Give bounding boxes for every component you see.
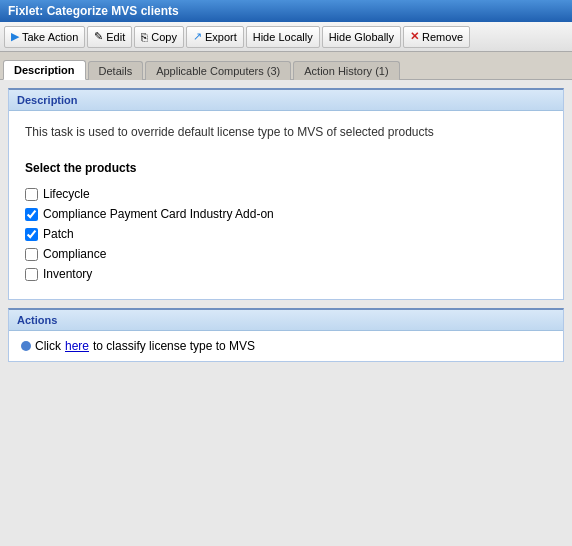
hide-locally-label: Hide Locally (253, 31, 313, 43)
hide-locally-button[interactable]: Hide Locally (246, 26, 320, 48)
take-action-button[interactable]: ▶ Take Action (4, 26, 85, 48)
actions-panel: Actions Click here to classify license t… (8, 308, 564, 362)
hide-globally-button[interactable]: Hide Globally (322, 26, 401, 48)
actions-body: Click here to classify license type to M… (9, 331, 563, 361)
toolbar: ▶ Take Action ✎ Edit ⎘ Copy ↗ Export Hid… (0, 22, 572, 52)
tab-action-history[interactable]: Action History (1) (293, 61, 399, 80)
tab-applicable-computers[interactable]: Applicable Computers (3) (145, 61, 291, 80)
tab-details[interactable]: Details (88, 61, 144, 80)
edit-button[interactable]: ✎ Edit (87, 26, 132, 48)
description-body-text: This task is used to override default li… (25, 123, 547, 141)
checkbox-patch-label: Patch (43, 227, 74, 241)
description-panel-header: Description (9, 90, 563, 111)
tab-description[interactable]: Description (3, 60, 86, 80)
checkbox-lifecycle-label: Lifecycle (43, 187, 90, 201)
hide-globally-label: Hide Globally (329, 31, 394, 43)
remove-icon: ✕ (410, 30, 419, 43)
description-panel: Description This task is used to overrid… (8, 88, 564, 300)
copy-icon: ⎘ (141, 31, 148, 43)
description-panel-body: This task is used to override default li… (9, 111, 563, 299)
edit-label: Edit (106, 31, 125, 43)
checkbox-compliance-pci-input[interactable] (25, 208, 38, 221)
select-products-label: Select the products (25, 161, 547, 175)
checkbox-compliance-pci: Compliance Payment Card Industry Add-on (25, 207, 547, 221)
copy-label: Copy (151, 31, 177, 43)
take-action-label: Take Action (22, 31, 78, 43)
action-text: Click (35, 339, 61, 353)
checkbox-patch: Patch (25, 227, 547, 241)
tab-bar: Description Details Applicable Computers… (0, 52, 572, 80)
actions-panel-header: Actions (9, 310, 563, 331)
take-action-icon: ▶ (11, 30, 19, 43)
checkbox-compliance-label: Compliance (43, 247, 106, 261)
edit-icon: ✎ (94, 30, 103, 43)
export-button[interactable]: ↗ Export (186, 26, 244, 48)
checkbox-compliance: Compliance (25, 247, 547, 261)
checkbox-patch-input[interactable] (25, 228, 38, 241)
checkbox-lifecycle-input[interactable] (25, 188, 38, 201)
checkbox-compliance-input[interactable] (25, 248, 38, 261)
checkbox-lifecycle: Lifecycle (25, 187, 547, 201)
copy-button[interactable]: ⎘ Copy (134, 26, 184, 48)
action-link[interactable]: here (65, 339, 89, 353)
export-icon: ↗ (193, 30, 202, 43)
title-bar: Fixlet: Categorize MVS clients (0, 0, 572, 22)
title-text: Fixlet: Categorize MVS clients (8, 4, 179, 18)
action-suffix: to classify license type to MVS (93, 339, 255, 353)
export-label: Export (205, 31, 237, 43)
checkbox-inventory-label: Inventory (43, 267, 92, 281)
remove-button[interactable]: ✕ Remove (403, 26, 470, 48)
checkbox-inventory-input[interactable] (25, 268, 38, 281)
checkbox-inventory: Inventory (25, 267, 547, 281)
remove-label: Remove (422, 31, 463, 43)
main-content: Description This task is used to overrid… (0, 80, 572, 546)
bullet-icon (21, 341, 31, 351)
checkbox-compliance-pci-label: Compliance Payment Card Industry Add-on (43, 207, 274, 221)
